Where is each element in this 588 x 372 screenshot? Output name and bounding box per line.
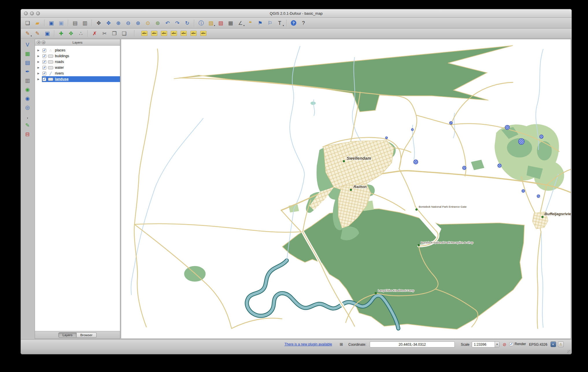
add-wfs-layer-button[interactable]: ◎: [23, 103, 32, 111]
expand-arrow-icon[interactable]: ▶: [35, 49, 42, 52]
zoom-to-layer-button[interactable]: ⊚: [153, 19, 162, 27]
combo-arrow-icon[interactable]: ▾: [495, 342, 499, 347]
dropdown-arrow-icon[interactable]: ▾: [214, 24, 215, 27]
layer-row-body[interactable]: ✓landuse: [42, 76, 120, 82]
add-delimited-text-layer-button[interactable]: ,: [23, 112, 32, 120]
layer-row-body[interactable]: ✓buildings: [42, 53, 120, 59]
move-feature-button[interactable]: ✥: [66, 29, 75, 38]
dropdown-arrow-icon[interactable]: ▾: [31, 35, 32, 37]
resize-grip-icon[interactable]: [567, 350, 571, 354]
minimize-window-icon[interactable]: [30, 12, 34, 15]
layer-row-body[interactable]: ✓╱rivers: [42, 70, 120, 76]
layer-row-body[interactable]: ✓∴places: [42, 47, 120, 53]
refresh-map-button[interactable]: ↻: [183, 19, 192, 27]
new-shapefile-layer-button[interactable]: ✎: [23, 121, 32, 129]
select-features-button[interactable]: ▧▾: [206, 19, 215, 27]
layer-visibility-checkbox[interactable]: ✓: [42, 49, 46, 52]
zoom-to-selection-button[interactable]: ⊙: [143, 19, 152, 27]
tab-browser[interactable]: Browser: [77, 332, 97, 338]
save-layer-edits-button[interactable]: ▣: [43, 29, 52, 38]
layer-row-rivers[interactable]: ▶✓╱rivers: [35, 70, 120, 76]
add-feature-button[interactable]: ✚: [57, 29, 66, 38]
label-move-button[interactable]: abc: [150, 29, 159, 38]
messages-warning-icon[interactable]: ⚠: [558, 341, 564, 347]
whats-this-button[interactable]: ?: [299, 19, 308, 27]
open-project-button[interactable]: ▰: [33, 19, 42, 27]
layer-visibility-checkbox[interactable]: ✓: [42, 60, 46, 64]
layer-row-body[interactable]: ✓roads: [42, 59, 120, 65]
zoom-out-button[interactable]: ⊖: [124, 19, 133, 27]
map-canvas[interactable]: SwellendamRailtonBuffeljagsrivierBontebo…: [121, 39, 571, 339]
identify-features-button[interactable]: ⓘ: [197, 19, 206, 27]
copy-features-button[interactable]: ❐: [110, 29, 119, 38]
layer-row-body[interactable]: ✓water: [42, 65, 120, 70]
current-edits-button[interactable]: ✎▾: [23, 29, 32, 38]
label-show-hide-button[interactable]: abc: [179, 29, 188, 38]
titlebar[interactable]: QGIS 2.0.1-Dufour - basic_map: [21, 9, 572, 18]
pan-map-to-selection-button[interactable]: ✥: [104, 19, 113, 27]
layer-visibility-checkbox[interactable]: ✓: [42, 77, 46, 81]
label-properties-button[interactable]: abc: [199, 29, 208, 38]
new-plugin-link[interactable]: There is a new plugin available: [284, 342, 332, 346]
zoom-window-icon[interactable]: [36, 12, 40, 15]
pan-map-button[interactable]: ✥: [94, 19, 103, 27]
zoom-in-button[interactable]: ⊕: [114, 19, 123, 27]
layer-visibility-checkbox[interactable]: ✓: [42, 66, 46, 70]
label-pin-button[interactable]: abc: [169, 29, 178, 38]
open-attribute-table-button[interactable]: ▦: [226, 19, 235, 27]
coordinate-input[interactable]: [370, 341, 455, 347]
layer-row-water[interactable]: ▶✓water: [35, 65, 120, 70]
labeling-options-button[interactable]: abc: [140, 29, 149, 38]
show-bookmarks-button[interactable]: ⚐: [265, 19, 274, 27]
panel-float-icon[interactable]: ◎: [42, 40, 45, 44]
measure-button[interactable]: ∠▾: [236, 19, 245, 27]
add-mssql-layer-button[interactable]: ▥: [23, 77, 32, 85]
add-wcs-layer-button[interactable]: ◉: [23, 94, 32, 103]
help-button[interactable]: ?: [289, 19, 298, 27]
scale-combo[interactable]: 1:23396 ▾: [472, 341, 500, 347]
panel-close-icon[interactable]: ✕: [37, 40, 40, 44]
label-highlight-pinned-button[interactable]: abc: [189, 29, 198, 38]
layer-visibility-checkbox[interactable]: ✓: [42, 54, 46, 58]
text-annotation-button[interactable]: T▾: [275, 19, 284, 27]
crs-status-icon[interactable]: ◐: [550, 341, 556, 347]
expand-arrow-icon[interactable]: ▶: [35, 55, 42, 57]
layer-visibility-checkbox[interactable]: ✓: [42, 72, 46, 75]
add-postgis-layer-button[interactable]: ▤: [23, 59, 32, 67]
dropdown-arrow-icon[interactable]: ▾: [283, 24, 284, 27]
zoom-next-button[interactable]: ↷: [173, 19, 182, 27]
zoom-last-button[interactable]: ↶: [163, 19, 172, 27]
save-project-button[interactable]: ▣: [47, 19, 56, 27]
composer-manager-button[interactable]: ▥: [80, 19, 89, 27]
new-bookmark-button[interactable]: ⚑: [256, 19, 265, 27]
stop-render-icon[interactable]: ⊘: [503, 342, 506, 347]
expand-arrow-icon[interactable]: ▶: [35, 78, 42, 81]
tab-layers[interactable]: Layers: [58, 332, 77, 338]
add-wms-layer-button[interactable]: ◉: [23, 85, 32, 94]
new-project-button[interactable]: ❏: [23, 19, 32, 27]
node-tool-button[interactable]: ∴: [76, 29, 85, 38]
zoom-full-button[interactable]: ⊛: [134, 19, 143, 27]
add-spatialite-layer-button[interactable]: ✒: [23, 68, 32, 76]
delete-selected-button[interactable]: ✗: [90, 29, 99, 38]
expand-arrow-icon[interactable]: ▶: [35, 66, 42, 69]
layer-row-roads[interactable]: ▶✓roads: [35, 59, 120, 65]
add-raster-layer-button[interactable]: ▦: [23, 50, 32, 58]
layer-row-places[interactable]: ▶✓∴places: [35, 47, 120, 53]
close-window-icon[interactable]: [24, 12, 28, 15]
deselect-features-button[interactable]: ▨: [216, 19, 225, 27]
cut-features-button[interactable]: ✂: [100, 29, 109, 38]
label-rotate-button[interactable]: abc: [160, 29, 169, 38]
expand-arrow-icon[interactable]: ▶: [35, 72, 42, 75]
paste-features-button[interactable]: ❑: [120, 29, 129, 38]
add-vector-layer-button[interactable]: V: [23, 41, 32, 49]
dropdown-arrow-icon[interactable]: ▾: [243, 24, 245, 27]
plugin-icon[interactable]: ⊞: [340, 342, 343, 347]
toggle-editing-button[interactable]: ✎: [33, 29, 42, 38]
map-tips-button[interactable]: ❝: [246, 19, 255, 27]
save-project-as-button[interactable]: ▣: [57, 19, 66, 27]
render-checkbox[interactable]: ✓ Render: [509, 342, 526, 346]
layer-row-buildings[interactable]: ▶✓buildings: [35, 53, 120, 59]
layer-row-landuse[interactable]: ▶✓landuse: [35, 76, 120, 82]
remove-layer-button[interactable]: ⊟: [23, 130, 32, 138]
